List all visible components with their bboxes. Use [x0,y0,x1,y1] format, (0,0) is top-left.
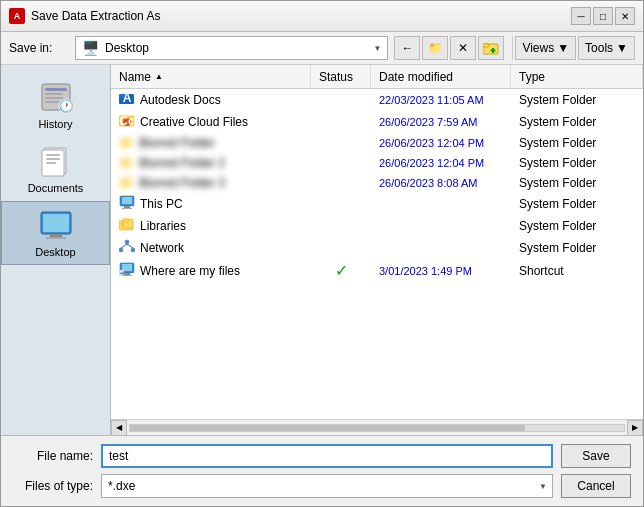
title-bar: A Save Data Extraction As ─ □ ✕ [1,1,643,32]
svg-point-39 [119,248,123,252]
sidebar-item-history[interactable]: 🕐 History [1,73,110,137]
svg-rect-32 [124,206,130,208]
desktop-label: Desktop [35,246,75,258]
tools-arrow: ▼ [616,41,628,55]
file-name-cell: Where are my files [111,261,311,280]
up-button[interactable]: 📁 [422,36,448,60]
file-name-cell: A Autodesk Docs [111,90,311,109]
location-dropdown[interactable]: 🖥️ Desktop ▼ [75,36,388,60]
file-status-cell [311,162,371,164]
file-header: Name ▲ Status Date modified Type [111,65,643,89]
save-button[interactable]: Save [561,444,631,468]
file-row[interactable]: Cc Creative Cloud Files 26/06/2023 7:59 … [111,111,643,133]
file-row[interactable]: Where are my files ✓ 3/01/2023 1:49 PM S… [111,259,643,283]
filetype-row: Files of type: *.dxe Cancel [13,474,631,498]
file-name-cell: 📁 Blurred Folder 3 [111,175,311,191]
main-area: 🕐 History [1,65,643,435]
tools-button[interactable]: Tools ▼ [578,36,635,60]
desktop-icon [36,208,76,244]
file-row[interactable]: Network System Folder [111,237,643,259]
col-header-type[interactable]: Type [511,65,643,88]
svg-rect-18 [46,162,56,164]
file-name-cell: Cc Creative Cloud Files [111,112,311,131]
scroll-track[interactable] [129,424,625,432]
sidebar-item-desktop[interactable]: Desktop [1,201,110,265]
toolbar-separator: Views ▼ Tools ▼ [512,36,635,60]
close-button[interactable]: ✕ [615,7,635,25]
svg-rect-16 [46,154,60,156]
file-name: Blurred Folder 2 [139,156,225,170]
history-label: History [38,118,72,130]
svg-rect-37 [123,219,128,222]
file-status-cell [311,182,371,184]
file-status-cell [311,225,371,227]
libraries-icon [119,217,135,234]
file-name: Network [140,241,184,255]
tools-label: Tools [585,41,613,55]
new-folder-icon [483,41,499,55]
documents-icon [36,144,76,180]
title-controls: ─ □ ✕ [571,7,635,25]
filetype-select[interactable]: *.dxe [101,474,553,498]
filetype-select-wrapper: *.dxe [101,474,553,498]
file-row[interactable]: 📁 Blurred Folder 3 26/06/2023 8:08 AM Sy… [111,173,643,193]
filename-input[interactable] [101,444,553,468]
svg-rect-6 [45,93,63,95]
bottom-area: File name: Save Files of type: *.dxe Can… [1,435,643,506]
creative-cloud-icon: Cc [119,113,135,130]
svg-point-40 [131,248,135,252]
location-icon: 🖥️ [82,40,99,56]
svg-rect-31 [122,197,132,204]
file-date-cell: 3/01/2023 1:49 PM [371,264,511,278]
file-status-cell: ✓ [311,260,371,281]
file-name: Libraries [140,219,186,233]
scroll-right-button[interactable]: ▶ [627,420,643,436]
file-list: A Autodesk Docs 22/03/2023 11:05 AM Syst… [111,89,643,419]
this-pc-icon [119,195,135,212]
sidebar: 🕐 History [1,65,111,435]
file-name: Creative Cloud Files [140,115,248,129]
file-type-cell: System Folder [511,92,643,108]
folder-icon: 📁 [119,156,134,170]
col-header-status[interactable]: Status [311,65,371,88]
history-icon: 🕐 [36,80,76,116]
file-date-cell: 26/06/2023 12:04 PM [371,156,511,170]
file-area: Name ▲ Status Date modified Type [111,65,643,435]
save-dialog: A Save Data Extraction As ─ □ ✕ Save in:… [0,0,644,507]
file-name-cell: Network [111,238,311,257]
file-name: This PC [140,197,183,211]
back-button[interactable]: ← [394,36,420,60]
delete-button[interactable]: ✕ [450,36,476,60]
maximize-button[interactable]: □ [593,7,613,25]
file-name-cell: 📁 Blurred Folder [111,135,311,151]
minimize-button[interactable]: ─ [571,7,591,25]
horizontal-scrollbar[interactable]: ◀ ▶ [111,419,643,435]
file-row[interactable]: This PC System Folder [111,193,643,215]
col-header-name[interactable]: Name ▲ [111,65,311,88]
filetype-label: Files of type: [13,479,93,493]
new-folder-button[interactable] [478,36,504,60]
cancel-button[interactable]: Cancel [561,474,631,498]
svg-rect-1 [483,44,489,47]
sidebar-item-documents[interactable]: Documents [1,137,110,201]
file-row[interactable]: 📁 Blurred Folder 2 26/06/2023 12:04 PM S… [111,153,643,173]
file-name: Blurred Folder [139,136,215,150]
file-row[interactable]: A Autodesk Docs 22/03/2023 11:05 AM Syst… [111,89,643,111]
documents-label: Documents [28,182,84,194]
svg-text:A: A [123,91,132,105]
file-date-cell: 26/06/2023 12:04 PM [371,136,511,150]
dialog-title: Save Data Extraction As [31,9,160,23]
views-button[interactable]: Views ▼ [515,36,576,60]
toolbar-buttons: ← 📁 ✕ [394,36,504,60]
svg-rect-5 [45,88,67,91]
filename-row: File name: Save [13,444,631,468]
folder-icon: 📁 [119,176,134,190]
file-status-cell [311,247,371,249]
scroll-left-button[interactable]: ◀ [111,420,127,436]
file-row[interactable]: 📁 Blurred Folder 26/06/2023 12:04 PM Sys… [111,133,643,153]
file-status-cell [311,99,371,101]
scroll-thumb[interactable] [130,425,525,431]
col-header-date[interactable]: Date modified [371,65,511,88]
file-type-cell: System Folder [511,240,643,256]
file-row[interactable]: Libraries System Folder [111,215,643,237]
